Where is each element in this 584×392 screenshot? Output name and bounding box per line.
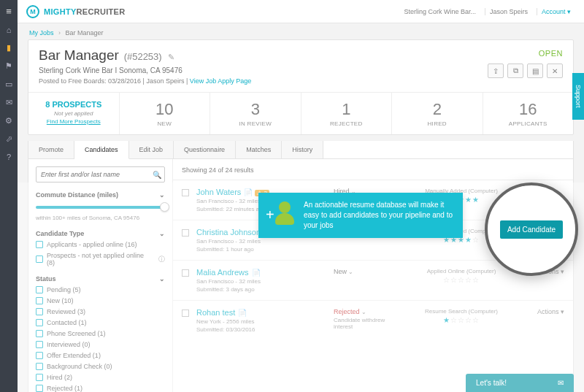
pipeline-applicants[interactable]: 16APPLICANTS (483, 93, 574, 134)
filter-status-option[interactable]: Phone Screened (1) (36, 330, 165, 337)
account-menu[interactable]: Account ▾ (537, 8, 575, 15)
filter-type-header[interactable]: Candidate Type⌄ (36, 230, 165, 237)
copy-button[interactable]: ⧉ (507, 64, 523, 78)
chat-icon: ✉ (558, 379, 564, 387)
breadcrumb: My Jobs › Bar Manager (18, 23, 584, 39)
tab-edit-job[interactable]: Edit Job (129, 141, 174, 158)
candidate-source: Applied Online (Computer)☆☆☆☆☆ (407, 268, 516, 293)
pipeline-hired[interactable]: 2HIRED (391, 93, 483, 134)
search-box[interactable]: 🔍 (36, 166, 165, 182)
candidate-source: Resume Search (Computer)★☆☆☆☆ (407, 308, 516, 333)
pipeline: 8 PROSPECTS Not yet applied Find More Pr… (28, 92, 573, 134)
chevron-down-icon: ⌄ (159, 275, 165, 283)
job-status: OPEN (539, 49, 563, 58)
share-button[interactable]: ⇪ (488, 64, 504, 78)
chat-icon[interactable]: ✉ (6, 98, 12, 107)
resume-icon[interactable]: 📄 (244, 188, 253, 196)
job-title: Bar Manager (39, 47, 119, 64)
archive-button[interactable]: ▤ (527, 64, 543, 78)
pipeline-new[interactable]: 10NEW (119, 93, 210, 134)
job-posted-line: Posted to Free Boards: 03/28/2016 | Jaso… (39, 77, 563, 85)
help-icon[interactable]: ? (7, 153, 11, 161)
user-name[interactable]: Jason Speirs (485, 8, 532, 15)
left-nav: ≡ ⌂ ▮ ⚑ ▭ ✉ ⚙ ⬀ ? (0, 0, 18, 392)
support-tab[interactable]: Support (572, 73, 584, 120)
close-button[interactable]: ✕ (547, 64, 563, 78)
job-subtitle: Sterling Cork Wine Bar I Sonoma, CA 9547… (39, 66, 563, 74)
pipeline-rejected[interactable]: 1REJECTED (301, 93, 392, 134)
row-checkbox[interactable] (182, 229, 189, 237)
menu-icon[interactable]: ≡ (6, 6, 12, 17)
logo-text: MIGHTYRECRUITER (44, 7, 125, 16)
candidate-status[interactable]: New⌄ (334, 268, 399, 293)
filter-status-option[interactable]: Rejected (1) (36, 385, 165, 392)
candidate-status[interactable]: Hired⌄ (334, 188, 399, 212)
row-checkbox[interactable] (182, 269, 189, 277)
people-icon[interactable]: ⚑ (5, 61, 12, 71)
filter-status-option[interactable]: Offer Extended (1) (36, 352, 165, 359)
candidate-name[interactable]: Christina Johnson (196, 228, 261, 237)
filter-status-option[interactable]: Interviewed (0) (36, 341, 165, 348)
chart-icon[interactable]: ⬀ (6, 134, 12, 144)
filter-type-option[interactable]: Applicants - applied online (16) (36, 241, 165, 248)
home-icon[interactable]: ⌂ (7, 26, 12, 34)
filter-status-header[interactable]: Status⌄ (36, 275, 165, 283)
results-count: Showing 24 of 24 results (173, 166, 573, 180)
commute-slider[interactable] (36, 206, 165, 209)
candidate-status[interactable]: Reviewed⌄ (334, 228, 399, 253)
tab-matches[interactable]: Matches (236, 141, 282, 158)
candidate-row: Rohan test📄New York - 2556 milesSubmitte… (173, 300, 573, 340)
rating-stars[interactable]: ☆☆☆☆☆ (407, 276, 516, 284)
logo-icon: M (26, 5, 39, 18)
breadcrumb-current: Bar Manager (66, 29, 104, 36)
filter-status-option[interactable]: Reviewed (3) (36, 308, 165, 315)
topbar: M MIGHTYRECRUITER Sterling Cork Wine Bar… (18, 0, 584, 23)
company-name[interactable]: Sterling Cork Wine Bar... (399, 8, 480, 15)
briefcase-icon[interactable]: ▮ (7, 43, 11, 53)
candidate-name[interactable]: Malia Andrews (196, 268, 249, 277)
rating-stars[interactable]: ★☆☆☆☆ (407, 316, 516, 324)
view-job-apply-link[interactable]: View Job Apply Page (190, 77, 251, 85)
job-id: (#52253) (124, 51, 162, 62)
settings-icon[interactable]: ⚙ (5, 116, 12, 126)
commute-label: within 100+ miles of Sonoma, CA 95476 (36, 215, 165, 221)
find-more-prospects-link[interactable]: Find More Prospects (47, 118, 101, 125)
edit-icon[interactable]: ✎ (168, 53, 174, 61)
search-icon[interactable]: 🔍 (150, 171, 164, 179)
filter-status-option[interactable]: Pending (5) (36, 286, 165, 293)
slider-knob[interactable] (160, 202, 169, 212)
resume-icon[interactable]: 📄 (252, 269, 261, 277)
candidate-status[interactable]: Rejected⌄Candidate withdrew interest (334, 308, 399, 333)
filter-commute-header[interactable]: Commute Distance (miles)⌄ (36, 191, 165, 199)
info-icon[interactable]: ⓘ (158, 255, 165, 264)
filter-status-option[interactable]: Contacted (1) (36, 319, 165, 326)
tab-promote[interactable]: Promote (28, 141, 74, 158)
breadcrumb-root[interactable]: My Jobs (29, 29, 54, 36)
job-header: Bar Manager (#52253) ✎ OPEN Sterling Cor… (28, 40, 573, 92)
row-checkbox[interactable] (182, 189, 189, 196)
tutorial-spotlight: Add Candidate (485, 182, 578, 276)
add-candidate-button[interactable]: Add Candidate (500, 220, 563, 239)
filter-status-option[interactable]: Hired (2) (36, 374, 165, 381)
pipeline-prospects[interactable]: 8 PROSPECTS Not yet applied Find More Pr… (28, 93, 119, 134)
filter-status-option[interactable]: New (10) (36, 297, 165, 304)
filter-type-option[interactable]: Prospects - not yet applied online (8)ⓘ (36, 252, 165, 266)
filter-status-option[interactable]: Background Check (0) (36, 363, 165, 370)
tab-candidates[interactable]: Candidates (74, 141, 129, 159)
candidate-actions[interactable]: Actions ▾ (523, 308, 564, 333)
resume-icon[interactable]: 📄 (238, 309, 247, 317)
tab-history[interactable]: History (282, 141, 323, 158)
candidate-name[interactable]: Rohan test (196, 308, 235, 317)
row-checkbox[interactable] (182, 310, 189, 317)
pipeline-in-review[interactable]: 3IN REVIEW (210, 93, 301, 134)
resume-icon[interactable]: 📄 (264, 228, 272, 237)
document-icon[interactable]: ▭ (5, 80, 12, 89)
chevron-down-icon: ⌄ (159, 230, 165, 237)
filters-panel: 🔍 Commute Distance (miles)⌄ within 100+ … (28, 159, 173, 392)
candidate-name[interactable]: John Waters (196, 188, 241, 196)
search-input[interactable] (36, 171, 150, 178)
tabs: Promote Candidates Edit Job Questionnair… (28, 141, 574, 159)
chat-widget[interactable]: Let's talk!✉ (466, 374, 574, 392)
tab-questionnaire[interactable]: Questionnaire (174, 141, 236, 158)
chevron-down-icon: ⌄ (159, 191, 165, 199)
